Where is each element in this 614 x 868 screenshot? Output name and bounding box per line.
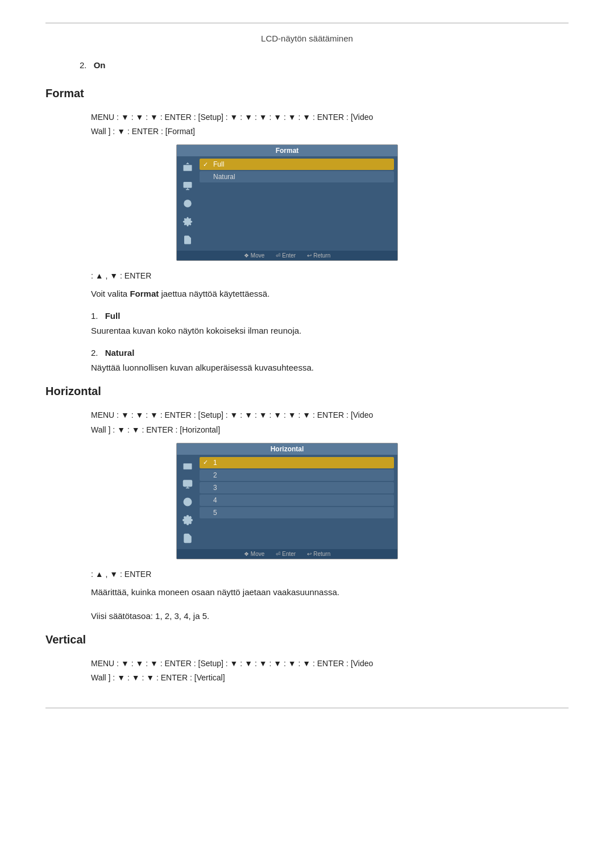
footer-enter-h: ⏎ Enter: [276, 551, 296, 557]
horiz-option-4: 4: [200, 495, 394, 506]
format-option-natural: Natural: [200, 171, 394, 182]
format-subitem-1-desc: Suurentaa kuvan koko näytön kokoiseksi i…: [91, 324, 569, 338]
format-screen-title: Format: [177, 145, 397, 156]
bottom-rule: [45, 708, 569, 708]
horizontal-screen-content: ✓ 1 2 3 4 5: [198, 455, 397, 549]
footer-move: ❖ Move: [244, 252, 264, 259]
horizontal-screen-icons: [177, 455, 198, 549]
horiz-option-5: 5: [200, 507, 394, 518]
document-icon-h: [181, 532, 194, 545]
horizontal-description-1: Määrittää, kuinka moneen osaan näyttö ja…: [91, 585, 569, 599]
vertical-menu-path: MENU : ▼ : ▼ : ▼ : ENTER : [Setup] : ▼ :…: [91, 657, 569, 685]
footer-enter: ⏎ Enter: [276, 252, 296, 259]
format-description: Voit valita Format jaettua näyttöä käyte…: [91, 287, 569, 301]
gear-icon-h: [181, 514, 194, 526]
horiz-option-1: ✓ 1: [200, 457, 394, 468]
footer-return: ↩ Return: [307, 252, 330, 259]
tv-icon-h: [181, 459, 194, 472]
horizontal-menu-path: MENU : ▼ : ▼ : ▼ : ENTER : [Setup] : ▼ :…: [91, 408, 569, 437]
svg-point-3: [184, 200, 192, 208]
format-subitem-2: 2. Natural: [91, 348, 569, 358]
circle-icon: [181, 197, 194, 210]
format-screen: Format: [176, 144, 398, 261]
item-2-on: 2. On: [80, 60, 569, 70]
item-2-label: On: [94, 60, 106, 70]
format-subitem-2-desc: Näyttää luonnollisen kuvan alkuperäisess…: [91, 361, 569, 375]
format-screen-content: ✓ Full Natural: [198, 156, 397, 251]
tv-icon: [181, 161, 194, 173]
document-icon: [181, 234, 194, 246]
horiz-option-2: 2: [200, 470, 394, 481]
horizontal-screen: Horizontal: [176, 443, 398, 559]
format-option-full: ✓ Full: [200, 159, 394, 170]
format-screen-icons: [177, 156, 198, 251]
display-icon: [181, 179, 194, 192]
footer-move-h: ❖ Move: [244, 551, 264, 557]
horizontal-heading: Horizontal: [45, 385, 569, 398]
horizontal-screen-title: Horizontal: [177, 443, 397, 455]
gear-icon: [181, 215, 194, 228]
format-nav-hint: : ▲ , ▼ : ENTER: [91, 271, 569, 280]
format-menu-path: MENU : ▼ : ▼ : ▼ : ENTER : [Setup] : ▼ :…: [91, 110, 569, 139]
horizontal-nav-hint: : ▲ , ▼ : ENTER: [91, 570, 569, 579]
display-icon-h: [181, 477, 194, 490]
svg-rect-0: [184, 182, 192, 188]
format-subitem-1: 1. Full: [91, 311, 569, 321]
circle-icon-h: [181, 496, 194, 508]
top-rule: [45, 23, 569, 23]
svg-rect-5: [184, 480, 192, 487]
horiz-option-3: 3: [200, 482, 394, 493]
footer-return-h: ↩ Return: [307, 551, 330, 557]
horizontal-screen-footer: ❖ Move ⏎ Enter ↩ Return: [177, 549, 397, 559]
format-heading: Format: [45, 87, 569, 100]
item-2-number: 2.: [80, 60, 87, 70]
format-screen-footer: ❖ Move ⏎ Enter ↩ Return: [177, 251, 397, 260]
svg-point-8: [184, 498, 192, 506]
horizontal-description-2: Viisi säätötasoa: 1, 2, 3, 4, ja 5.: [91, 609, 569, 623]
vertical-heading: Vertical: [45, 633, 569, 646]
page-title: LCD-näytön säätäminen: [45, 34, 569, 43]
